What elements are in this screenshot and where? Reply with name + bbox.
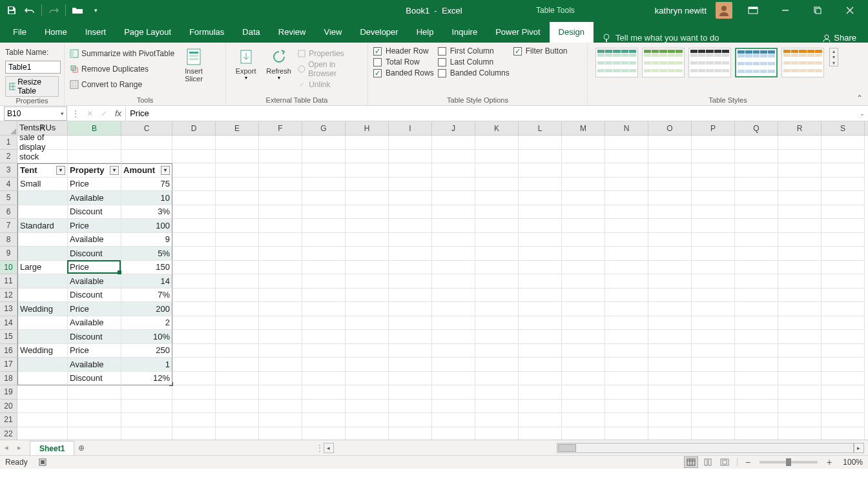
cell[interactable] [259,219,302,233]
cell[interactable]: 7% [121,289,172,303]
cell[interactable] [346,413,389,427]
cell[interactable] [68,427,121,440]
cell[interactable] [648,289,692,303]
cell[interactable] [346,344,389,358]
cell[interactable]: Price [68,261,121,275]
convert-to-range-button[interactable]: Convert to Range [70,77,174,92]
cell[interactable] [605,358,648,372]
cell[interactable] [519,261,562,275]
remove-duplicates-button[interactable]: Remove Duplicates [70,62,174,76]
column-header[interactable]: H [346,121,389,135]
cell[interactable]: 1 [121,358,172,372]
cell[interactable] [692,302,735,316]
expand-formula-bar-icon[interactable]: ⌄ [856,110,868,117]
cell[interactable] [172,330,216,344]
cell[interactable] [778,163,822,178]
cell[interactable] [519,205,562,219]
cell[interactable] [17,372,68,386]
cell[interactable] [216,219,259,233]
cell[interactable] [475,316,519,330]
header-row-checkbox[interactable]: Header Row [373,46,434,56]
row-header[interactable]: 11 [0,274,17,289]
cell[interactable]: Available [68,358,121,372]
cell[interactable] [735,136,778,150]
cell[interactable] [17,289,68,303]
cell[interactable] [778,400,822,414]
cell[interactable] [216,400,259,414]
cell[interactable] [389,191,432,205]
cell[interactable] [172,344,216,358]
cell[interactable] [822,330,865,344]
cell[interactable] [562,191,605,205]
cell[interactable] [259,372,302,386]
cell[interactable] [346,372,389,386]
cell[interactable] [121,413,172,427]
redo-icon[interactable] [47,4,60,17]
cell[interactable] [562,261,605,275]
cell[interactable]: Small [17,178,68,192]
sheet-nav-prev-icon[interactable]: ◂ [0,441,13,455]
cell[interactable] [778,330,822,344]
cell[interactable] [432,261,475,275]
cell[interactable] [68,413,121,427]
cell[interactable] [432,358,475,372]
cell[interactable] [692,219,735,233]
cell[interactable] [346,274,389,289]
cell[interactable] [562,372,605,386]
cell[interactable] [302,400,346,414]
cell[interactable] [735,247,778,261]
cell[interactable] [605,191,648,205]
cell[interactable] [432,219,475,233]
cell[interactable] [648,150,692,164]
row-header[interactable]: 19 [0,385,17,400]
cell[interactable] [475,247,519,261]
cell[interactable] [562,289,605,303]
cell[interactable] [778,427,822,440]
cell[interactable] [605,233,648,247]
cell[interactable] [735,400,778,414]
cell[interactable] [778,274,822,289]
cell[interactable] [432,191,475,205]
cell[interactable] [302,344,346,358]
row-header[interactable]: 16 [0,344,17,358]
cell[interactable] [172,289,216,303]
sheet-tab[interactable]: Sheet1 [30,441,74,455]
cell[interactable]: 9 [121,233,172,247]
cell[interactable] [475,219,519,233]
cell[interactable] [172,150,216,164]
cell[interactable] [216,274,259,289]
cell[interactable]: Discount [68,289,121,303]
column-header[interactable]: P [692,121,735,135]
cell[interactable] [648,274,692,289]
row-header[interactable]: 10 [0,261,17,275]
tab-data[interactable]: Data [233,22,269,43]
last-column-checkbox[interactable]: Last Column [438,57,510,66]
cell[interactable] [216,372,259,386]
tab-file[interactable]: File [4,22,36,43]
cell[interactable] [692,233,735,247]
cell[interactable] [389,274,432,289]
cell[interactable] [648,400,692,414]
cell[interactable] [302,191,346,205]
cell[interactable]: 250 [121,344,172,358]
cell[interactable] [346,136,389,150]
cell[interactable] [259,413,302,427]
cell[interactable]: Discount [68,247,121,261]
cell[interactable]: Tent▾ [17,163,68,178]
cell[interactable] [17,247,68,261]
cell[interactable] [562,219,605,233]
cell[interactable] [475,358,519,372]
cell[interactable] [475,205,519,219]
cell[interactable] [389,372,432,386]
cell[interactable] [692,163,735,178]
cell[interactable] [735,178,778,192]
avatar[interactable] [716,2,732,19]
cells-container[interactable]: TentsRUs sale of display stockTent▾Prope… [17,136,868,440]
cell[interactable] [346,261,389,275]
cell[interactable] [172,233,216,247]
macro-record-icon[interactable] [38,458,47,467]
cell[interactable] [432,136,475,150]
cell[interactable] [389,233,432,247]
cell[interactable] [346,163,389,178]
column-header[interactable]: J [432,121,475,135]
